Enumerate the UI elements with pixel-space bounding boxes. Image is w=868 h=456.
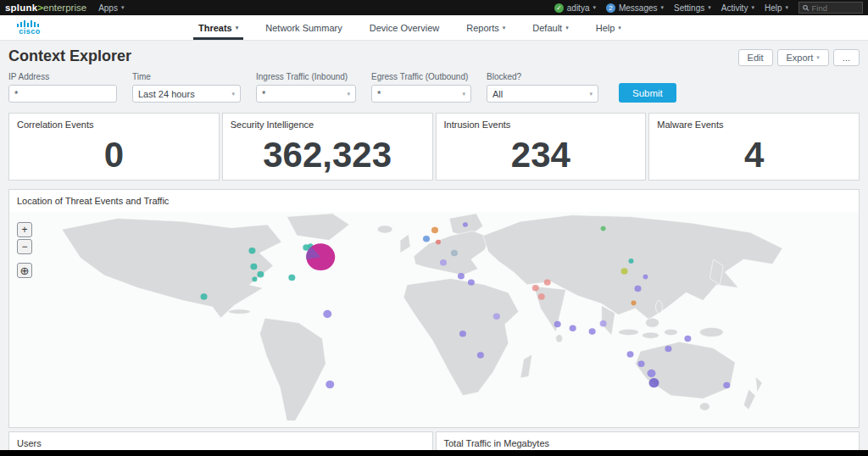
- world-map[interactable]: + − ⊕: [9, 212, 859, 427]
- apps-menu[interactable]: Apps ▾: [98, 3, 124, 13]
- nav-tabs: Threats ▾ Network Summary Device Overvie…: [185, 15, 635, 40]
- threat-dot[interactable]: [252, 277, 257, 282]
- threat-dot[interactable]: [647, 370, 655, 377]
- stat-title: Malware Events: [649, 114, 859, 136]
- threat-dot[interactable]: [601, 226, 606, 231]
- threat-dot[interactable]: [493, 314, 500, 320]
- threat-dot[interactable]: [477, 352, 484, 358]
- tab-label: Network Summary: [265, 23, 342, 33]
- threat-dot[interactable]: [288, 275, 295, 281]
- threat-dot[interactable]: [201, 293, 208, 299]
- threat-dot[interactable]: [589, 328, 596, 334]
- threat-dot[interactable]: [665, 346, 671, 352]
- threat-dot[interactable]: [436, 240, 441, 245]
- time-select[interactable]: Last 24 hours ▾: [132, 85, 241, 103]
- stat-value: 4: [649, 137, 859, 173]
- locate-icon[interactable]: ⊕: [17, 263, 32, 278]
- stat-cards-row: Correlation Events 0 Security Intelligen…: [8, 113, 860, 181]
- tab-device-overview[interactable]: Device Overview: [356, 15, 453, 40]
- find-input[interactable]: [812, 3, 859, 13]
- splunk-gt: >: [37, 3, 43, 13]
- stat-card-correlation-events: Correlation Events 0: [8, 113, 220, 181]
- threat-dot[interactable]: [570, 325, 576, 331]
- egress-select-value: *: [377, 89, 381, 99]
- chevron-down-icon: ▾: [661, 4, 665, 11]
- threat-dot[interactable]: [600, 320, 607, 326]
- user-menu[interactable]: ✓ aditya ▾: [554, 3, 596, 13]
- help-label: Help: [765, 3, 782, 13]
- settings-label: Settings: [674, 3, 704, 13]
- threat-dot[interactable]: [423, 236, 430, 242]
- tab-help[interactable]: Help ▾: [582, 15, 635, 40]
- user-check-icon: ✓: [554, 3, 564, 13]
- threat-dot[interactable]: [451, 250, 458, 256]
- threat-dot[interactable]: [723, 382, 730, 388]
- chevron-down-icon: ▾: [751, 4, 754, 11]
- edit-button[interactable]: Edit: [738, 49, 773, 66]
- activity-menu[interactable]: Activity ▾: [721, 3, 754, 13]
- threat-dot[interactable]: [431, 227, 438, 233]
- threat-dot[interactable]: [458, 273, 465, 279]
- threat-dot[interactable]: [468, 279, 475, 285]
- zoom-in-button[interactable]: +: [17, 222, 32, 237]
- threat-dot[interactable]: [684, 336, 691, 342]
- zoom-out-button[interactable]: −: [17, 239, 32, 254]
- threat-dot[interactable]: [632, 301, 637, 306]
- ingress-label: Ingress Traffic (Inbound): [256, 72, 356, 81]
- threat-dot[interactable]: [638, 361, 645, 367]
- threat-dot[interactable]: [326, 381, 334, 388]
- page-title: Context Explorer: [8, 47, 860, 65]
- threat-dot[interactable]: [459, 331, 466, 336]
- threat-dot[interactable]: [248, 247, 255, 253]
- more-button[interactable]: ...: [833, 49, 860, 66]
- app-navbar: cisco Threats ▾ Network Summary Device O…: [0, 15, 868, 41]
- stat-title: Correlation Events: [9, 114, 219, 136]
- egress-select[interactable]: * ▾: [371, 85, 471, 103]
- tab-threats[interactable]: Threats ▾: [185, 15, 252, 40]
- threat-dot[interactable]: [323, 310, 331, 318]
- blocked-select[interactable]: All ▾: [487, 85, 598, 103]
- export-button[interactable]: Export ▾: [777, 49, 829, 66]
- search-icon: [803, 4, 810, 12]
- chevron-down-icon: ▾: [565, 25, 569, 31]
- threat-dot[interactable]: [621, 268, 628, 274]
- chevron-down-icon: ▾: [618, 25, 621, 31]
- ip-address-input[interactable]: [8, 85, 117, 103]
- egress-label: Egress Traffic (Outbound): [371, 72, 471, 81]
- tab-network-summary[interactable]: Network Summary: [252, 15, 355, 40]
- stat-value: 234: [437, 137, 646, 173]
- settings-menu[interactable]: Settings ▾: [674, 3, 711, 13]
- threat-dot[interactable]: [250, 264, 257, 270]
- threat-dot[interactable]: [257, 271, 264, 277]
- splunk-logo[interactable]: splunk>enterprise: [5, 3, 86, 13]
- threat-dot[interactable]: [648, 378, 659, 387]
- map-controls: + − ⊕: [17, 222, 32, 278]
- blocked-select-value: All: [492, 89, 503, 99]
- threat-dot[interactable]: [643, 275, 648, 280]
- threat-dot[interactable]: [538, 293, 545, 299]
- threat-dot[interactable]: [635, 286, 642, 292]
- chevron-down-icon: ▾: [593, 4, 596, 11]
- tab-reports[interactable]: Reports ▾: [453, 15, 519, 40]
- filter-blocked: Blocked? All ▾: [487, 72, 598, 103]
- threat-dot[interactable]: [627, 351, 634, 357]
- chevron-down-icon: ▾: [816, 54, 820, 61]
- help-menu[interactable]: Help ▾: [765, 3, 788, 13]
- threat-dot[interactable]: [463, 222, 468, 227]
- cisco-bars-icon: [17, 20, 42, 27]
- submit-button[interactable]: Submit: [619, 83, 676, 103]
- chevron-down-icon: ▾: [785, 4, 788, 11]
- tab-default[interactable]: Default ▾: [519, 15, 581, 40]
- splunk-product: enterprise: [43, 3, 86, 13]
- threat-dot[interactable]: [544, 279, 551, 285]
- threat-dot[interactable]: [440, 259, 447, 265]
- threat-dot[interactable]: [554, 321, 561, 327]
- messages-menu[interactable]: 2 Messages ▾: [606, 3, 664, 13]
- filter-ip-address: IP Address: [8, 72, 117, 103]
- threat-dot[interactable]: [532, 285, 539, 291]
- ingress-select[interactable]: * ▾: [256, 85, 356, 103]
- threat-dot[interactable]: [629, 259, 634, 264]
- map-panel-title: Location of Threat Events and Traffic: [9, 190, 859, 212]
- stat-value: 0: [9, 137, 219, 173]
- find-search[interactable]: [798, 2, 863, 14]
